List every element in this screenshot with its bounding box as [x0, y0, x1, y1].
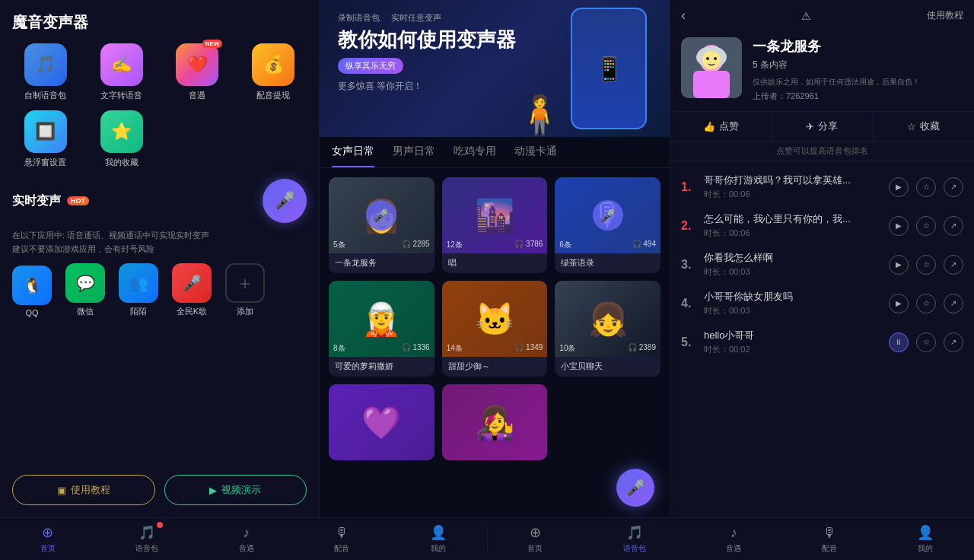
- track-name-5: hello小哥哥: [704, 329, 881, 342]
- nav-icon-yinyu: ♪: [243, 525, 250, 541]
- banner-tag: 纵享其乐无穷: [338, 58, 403, 74]
- hot-badge: HOT: [67, 196, 89, 205]
- voice-card-2[interactable]: 🌆 12条🎧 3786 唱: [442, 177, 548, 273]
- track-play-2[interactable]: ▶: [889, 216, 909, 236]
- collect-button[interactable]: ☆ 收藏: [874, 112, 974, 141]
- voice-card-7[interactable]: 💜: [329, 384, 434, 460]
- icon-box-text-to-voice: ✍️: [100, 43, 143, 86]
- icon-item-my-collection[interactable]: ⭐ 我的收藏: [88, 110, 155, 168]
- track-star-1[interactable]: ☆: [916, 177, 936, 197]
- track-share-4[interactable]: ↗: [944, 294, 963, 313]
- track-star-2[interactable]: ☆: [916, 216, 936, 236]
- voice-card-8[interactable]: 👩‍🎤: [442, 384, 548, 460]
- profile-avatar: [681, 37, 742, 98]
- track-play-5[interactable]: ⏸: [889, 332, 909, 352]
- mic-fab-button[interactable]: 🎤: [616, 469, 654, 507]
- nav-icon-voice-pack2: 🎵: [626, 524, 643, 541]
- track-share-1[interactable]: ↗: [944, 177, 963, 197]
- track-star-4[interactable]: ☆: [916, 294, 936, 313]
- voice-card-4[interactable]: 🧝 8条🎧 1336 可爱的萝莉撒娇: [329, 281, 434, 377]
- track-play-3[interactable]: ▶: [889, 255, 909, 275]
- tutorial-button[interactable]: ▣ 使用教程: [12, 475, 155, 505]
- card-stats-5: 14条🎧 1349: [447, 343, 543, 354]
- track-star-5[interactable]: ☆: [916, 332, 936, 352]
- right-tutorial-button[interactable]: 使用教程: [927, 9, 963, 22]
- app-item-kmk[interactable]: 🎤 全民K歌: [172, 263, 212, 317]
- nav-item-home[interactable]: ⊕ 首页: [40, 524, 56, 554]
- icon-item-voice-encounter[interactable]: ❤️ NEW 音遇: [164, 43, 231, 101]
- app-row: 🐧 QQ 💬 微信 👥 陌陌 🎤 全民K歌 ＋ 添加: [12, 263, 307, 317]
- nav-icon-mine2: 👤: [917, 524, 934, 541]
- track-actions-3: ▶ ☆ ↗: [889, 255, 963, 275]
- nav-item-mine[interactable]: 👤 我的: [430, 524, 447, 554]
- nav-icon-home: ⊕: [42, 524, 53, 541]
- like-button[interactable]: 👍 点赞: [670, 112, 772, 141]
- nav-item-home2[interactable]: ⊕ 首页: [527, 524, 543, 554]
- voice-card-5[interactable]: 🐱 14条🎧 1349 甜甜少御～: [442, 281, 548, 377]
- left-panel: 魔音变声器 🎵 自制语音包 ✍️ 文字转语音 ❤️ NEW 音遇 💰 配音提现 …: [0, 0, 320, 517]
- track-play-1[interactable]: ▶: [889, 177, 909, 197]
- track-share-2[interactable]: ↗: [944, 216, 963, 236]
- icon-label-my-collection: 我的收藏: [105, 157, 138, 168]
- icon-item-voice-dub[interactable]: 💰 配音提现: [240, 43, 307, 101]
- track-play-4[interactable]: ▶: [889, 294, 909, 313]
- track-share-5[interactable]: ↗: [944, 332, 963, 352]
- tab-chicken[interactable]: 吃鸡专用: [454, 137, 496, 167]
- track-share-3[interactable]: ↗: [944, 255, 963, 275]
- voice-card-1[interactable]: 👩 🎤 5条🎧 2285 一条龙服务: [329, 177, 434, 273]
- right-header: ‹ ⚠ 使用教程: [670, 0, 974, 31]
- tab-male-daily[interactable]: 男声日常: [393, 137, 435, 167]
- nav-item-yinyu[interactable]: ♪ 音遇: [239, 525, 254, 554]
- mic-overlay-3: 🎤: [593, 200, 623, 231]
- svg-point-6: [714, 57, 717, 60]
- card-name-5: 甜甜少御～: [448, 361, 542, 372]
- nav-item-voice-pack2[interactable]: 🎵 语音包: [623, 524, 646, 554]
- svg-rect-2: [693, 71, 730, 98]
- track-list[interactable]: 1. 哥哥你打游戏吗？我可以拿英雄... 时长：00:06 ▶ ☆ ↗ 2. 怎…: [670, 161, 974, 517]
- app-label-wechat: 微信: [77, 306, 94, 317]
- add-icon: ＋: [225, 263, 265, 303]
- track-item-3[interactable]: 3. 你看我怎么样啊 时长：00:03 ▶ ☆ ↗: [670, 245, 974, 284]
- track-star-3[interactable]: ☆: [916, 255, 936, 275]
- add-app-item[interactable]: ＋ 添加: [225, 263, 265, 317]
- icon-item-custom-voice[interactable]: 🎵 自制语音包: [12, 43, 79, 101]
- card-thumb-1: 👩 🎤 5条🎧 2285: [329, 177, 434, 253]
- nav-item-mine2[interactable]: 👤 我的: [917, 524, 934, 554]
- nav-icon-mine: 👤: [430, 524, 447, 541]
- video-button[interactable]: ▶ 视频演示: [164, 475, 307, 505]
- back-button[interactable]: ‹: [681, 8, 686, 24]
- card-info-6: 小宝贝聊天: [555, 357, 660, 377]
- track-actions-2: ▶ ☆ ↗: [889, 216, 963, 236]
- icon-item-text-to-voice[interactable]: ✍️ 文字转语音: [88, 43, 155, 101]
- mic-realtime-button[interactable]: 🎤: [263, 179, 307, 223]
- right-panel: ‹ ⚠ 使用教程 一条龙服务 5 条内容 仅供娱乐之: [670, 0, 974, 517]
- app-label-qq: QQ: [25, 308, 38, 317]
- app-label-momo: 陌陌: [130, 306, 147, 317]
- nav-item-dubbing[interactable]: 🎙 配音: [334, 525, 349, 554]
- icon-box-float-window: 🔲: [24, 110, 67, 153]
- track-item-2[interactable]: 2. 怎么可能，我心里只有你的，我... 时长：00:06 ▶ ☆ ↗: [670, 206, 974, 245]
- app-item-wechat[interactable]: 💬 微信: [65, 263, 105, 317]
- app-item-qq[interactable]: 🐧 QQ: [12, 266, 52, 317]
- voice-card-3[interactable]: 🎙 🎤 6条🎧 494 绿茶语录: [555, 177, 660, 273]
- tab-anime[interactable]: 动漫卡通: [514, 137, 557, 167]
- tab-female-daily[interactable]: 女声日常: [332, 137, 374, 167]
- icon-item-float-window[interactable]: 🔲 悬浮窗设置: [12, 110, 79, 168]
- nav-item-voice-pack[interactable]: 🎵 语音包: [135, 524, 158, 554]
- card-info-1: 一条龙服务: [329, 253, 434, 273]
- voice-card-6[interactable]: 👧 10条🎧 2389 小宝贝聊天: [555, 281, 660, 377]
- icon-box-voice-dub: 💰: [252, 43, 294, 86]
- app-item-momo[interactable]: 👥 陌陌: [119, 263, 158, 317]
- nav-item-yinyu2[interactable]: ♪ 音遇: [726, 525, 741, 554]
- nav-item-dubbing2[interactable]: 🎙 配音: [822, 525, 837, 554]
- share-button[interactable]: ✈ 分享: [772, 112, 873, 141]
- content-scroll[interactable]: 👩 🎤 5条🎧 2285 一条龙服务 🌆 12条🎧 3786 唱 🎙 🎤 6条🎧…: [320, 168, 670, 517]
- profile-section: 一条龙服务 5 条内容 仅供娱乐之用，如用于任何违法用途，后果自负！ 上传者：7…: [670, 31, 974, 111]
- track-item-4[interactable]: 4. 小哥哥你缺女朋友吗 时长：00:03 ▶ ☆ ↗: [670, 284, 974, 323]
- track-actions-4: ▶ ☆ ↗: [889, 294, 963, 313]
- banner-title: 教你如何使用变声器: [338, 28, 516, 52]
- track-item-1[interactable]: 1. 哥哥你打游戏吗？我可以拿英雄... 时长：00:06 ▶ ☆ ↗: [670, 167, 974, 206]
- track-duration-5: 时长：00:02: [704, 344, 881, 355]
- card-thumb-5: 🐱 14条🎧 1349: [442, 281, 548, 357]
- track-item-5[interactable]: 5. hello小哥哥 时长：00:02 ⏸ ☆ ↗: [670, 323, 974, 361]
